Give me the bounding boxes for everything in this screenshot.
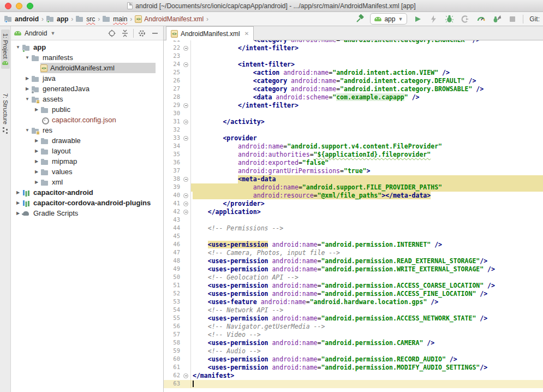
breadcrumb-item-androidmanifest-xml[interactable]: <>AndroidManifest.xml (135, 15, 204, 23)
close-tab-icon[interactable]: ✕ (244, 31, 249, 37)
coverage-icon[interactable] (460, 14, 470, 25)
locate-icon[interactable] (107, 28, 117, 38)
code-line-34[interactable]: 34 android:name="android.support.v4.cont… (164, 142, 543, 151)
code-line-27[interactable]: 27 <category android:name="android.inten… (164, 85, 543, 93)
minimize-icon[interactable] (150, 28, 160, 38)
tree-item-java[interactable]: ▶java (11, 73, 163, 84)
tree-item-generatedjava[interactable]: ▶generatedJava (11, 84, 163, 94)
code-line-26[interactable]: 26 <category android:name="android.inten… (164, 77, 543, 85)
fold-marker-icon[interactable] (183, 177, 188, 182)
close-window-button[interactable] (5, 3, 11, 9)
code-line-44[interactable]: 44 <!-- Permissions --> (164, 224, 543, 233)
code-line-24[interactable]: 24 <intent-filter> (164, 61, 543, 69)
code-line-36[interactable]: 36 android:exported="false" (164, 159, 543, 167)
tree-expand-icon[interactable]: ▼ (14, 45, 22, 50)
fold-marker-icon[interactable] (183, 193, 188, 198)
tree-item-capacitor-cordova-android-plugins[interactable]: ▶capacitor-cordova-android-plugins (11, 198, 163, 208)
code-line-52[interactable]: 52 <uses-permission android:name="androi… (164, 290, 543, 298)
tree-expand-icon[interactable]: ▶ (23, 76, 31, 81)
tree-expand-icon[interactable]: ▶ (33, 138, 40, 143)
build-hammer-icon[interactable] (354, 14, 365, 25)
tree-item-layout[interactable]: ▶layout (11, 146, 163, 156)
fold-marker-icon[interactable] (183, 120, 188, 124)
code-line-29[interactable]: 29 </intent-filter> (164, 102, 543, 110)
gear-icon[interactable] (137, 28, 147, 38)
tree-expand-icon[interactable]: ▶ (14, 190, 22, 195)
git-label[interactable]: Git: (528, 15, 540, 23)
tree-expand-icon[interactable]: ▶ (23, 86, 31, 91)
editor-tab-androidmanifest[interactable]: <> AndroidManifest.xml ✕ (166, 26, 254, 40)
tree-expand-icon[interactable]: ▶ (14, 211, 22, 216)
code-line-42[interactable]: 42 </application> (164, 208, 543, 216)
tree-expand-icon[interactable]: ▶ (33, 180, 40, 185)
code-line-43[interactable]: 43 (164, 216, 543, 224)
tree-expand-icon[interactable]: ▶ (14, 200, 22, 205)
tree-item-manifests[interactable]: ▼manifests (11, 52, 163, 63)
code-line-59[interactable]: 59 <!-- Audio --> (164, 347, 543, 355)
code-line-23[interactable]: 23 (164, 52, 543, 61)
code-line-41[interactable]: 41 </provider> (164, 200, 543, 208)
code-line-22[interactable]: 22 </intent-filter> (164, 44, 543, 52)
fold-marker-icon[interactable] (183, 373, 188, 378)
breadcrumb-item-src[interactable]: src (76, 15, 95, 23)
profiler-icon[interactable] (475, 14, 486, 25)
tree-item-app[interactable]: ▼app (11, 42, 163, 52)
stop-icon[interactable] (507, 14, 518, 25)
breadcrumb-item-main[interactable]: main (103, 15, 127, 23)
code-line-28[interactable]: 28 <data android:scheme="com.example.cap… (164, 93, 543, 102)
code-line-25[interactable]: 25 <action android:name="android.intent.… (164, 69, 543, 77)
chevron-down-icon[interactable]: ▼ (50, 31, 55, 36)
code-line-37[interactable]: 37 android:grantUriPermissions="true"> (164, 167, 543, 175)
zoom-window-button[interactable] (27, 3, 33, 9)
code-line-57[interactable]: 57 <!-- Video --> (164, 331, 543, 339)
tree-expand-icon[interactable]: ▶ (33, 149, 40, 153)
code-line-58[interactable]: 58 <uses-permission android:name="androi… (164, 339, 543, 347)
tool-window-button-structure[interactable]: 7: Structure (1, 90, 10, 136)
tree-item-mipmap[interactable]: ▶mipmap (11, 156, 163, 167)
tool-window-button-project[interactable]: 1: Project (1, 29, 10, 69)
minimize-window-button[interactable] (16, 3, 22, 9)
debug-icon[interactable] (444, 14, 455, 25)
code-line-61[interactable]: 61 <uses-permission android:name="androi… (164, 364, 543, 372)
code-line-46[interactable]: 46 <uses-permission android:name="androi… (164, 241, 543, 249)
fold-marker-icon[interactable] (183, 210, 188, 215)
code-line-55[interactable]: 55 <uses-permission android:name="androi… (164, 314, 543, 323)
code-line-21[interactable]: 21 <category android:name="android.inten… (164, 40, 543, 44)
code-line-51[interactable]: 51 <uses-permission android:name="androi… (164, 282, 543, 290)
code-line-50[interactable]: 50 <!-- Geolocation API --> (164, 274, 543, 282)
tree-item-gradle-scripts[interactable]: ▶Gradle Scripts (11, 208, 163, 218)
breadcrumb-item-app[interactable]: app (46, 15, 68, 23)
attach-debugger-icon[interactable] (491, 14, 502, 25)
fold-marker-icon[interactable] (183, 46, 188, 51)
tree-expand-icon[interactable]: ▶ (33, 159, 40, 164)
tree-item-drawable[interactable]: ▶drawable (11, 135, 163, 146)
tree-item-capacitor-android[interactable]: ▶capacitor-android (11, 187, 163, 198)
code-line-40[interactable]: 40 android:resource="@xml/file_paths"></… (164, 192, 543, 200)
tree-item-xml[interactable]: ▶xml (11, 177, 163, 187)
code-line-47[interactable]: 47 <!-- Camera, Photos, input file --> (164, 249, 543, 257)
code-line-62[interactable]: 62</manifest> (164, 372, 543, 380)
fold-marker-icon[interactable] (183, 201, 188, 206)
code-line-31[interactable]: 31 </activity> (164, 118, 543, 126)
tree-item-assets[interactable]: ▼assets (11, 94, 163, 104)
tree-expand-icon[interactable]: ▼ (23, 128, 31, 133)
project-view-selector[interactable]: Android (25, 29, 47, 37)
code-line-39[interactable]: 39 android:name="android.support.FILE_PR… (164, 183, 543, 192)
tree-expand-icon[interactable]: ▶ (33, 107, 40, 112)
code-line-45[interactable]: 45 (164, 233, 543, 241)
code-editor[interactable]: 21 <category android:name="android.inten… (164, 40, 543, 392)
code-line-63[interactable]: 63 (164, 380, 543, 388)
tree-expand-icon[interactable]: ▼ (23, 97, 31, 102)
tree-expand-icon[interactable]: ▼ (23, 55, 31, 60)
breadcrumb-item-android[interactable]: android (4, 15, 39, 23)
code-line-56[interactable]: 56 <!-- Navigator.getUserMedia --> (164, 323, 543, 331)
code-line-60[interactable]: 60 <uses-permission android:name="androi… (164, 355, 543, 364)
tree-expand-icon[interactable]: ▶ (33, 169, 40, 174)
tree-item-capacitor-config-json[interactable]: capacitor.config.json (11, 115, 163, 125)
code-line-48[interactable]: 48 <uses-permission android:name="androi… (164, 257, 543, 265)
tree-item-public[interactable]: ▶public (11, 104, 163, 115)
code-line-32[interactable]: 32 (164, 126, 543, 134)
tree-item-res[interactable]: ▼res (11, 125, 163, 135)
apply-changes-icon[interactable] (428, 14, 439, 25)
fold-marker-icon[interactable] (183, 62, 188, 67)
